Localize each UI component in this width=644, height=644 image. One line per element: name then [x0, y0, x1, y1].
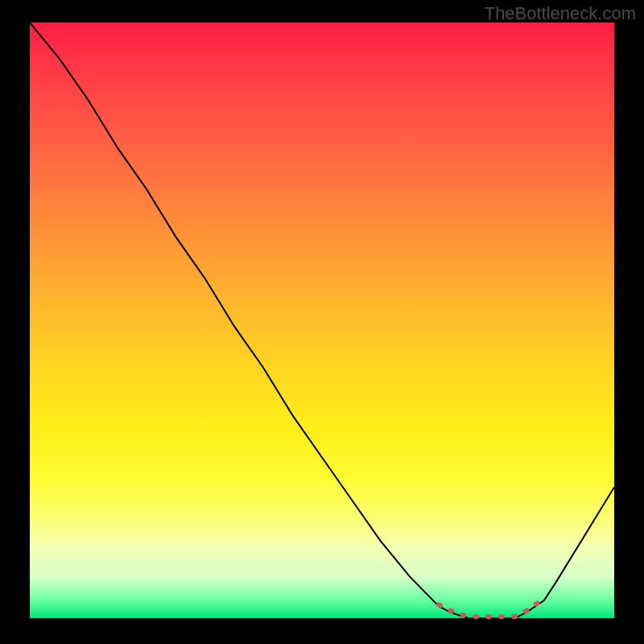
watermark-text: TheBottleneck.com — [485, 3, 636, 24]
bottleneck-curve — [30, 23, 614, 618]
chart-svg — [30, 23, 614, 618]
plot-area — [30, 23, 614, 618]
